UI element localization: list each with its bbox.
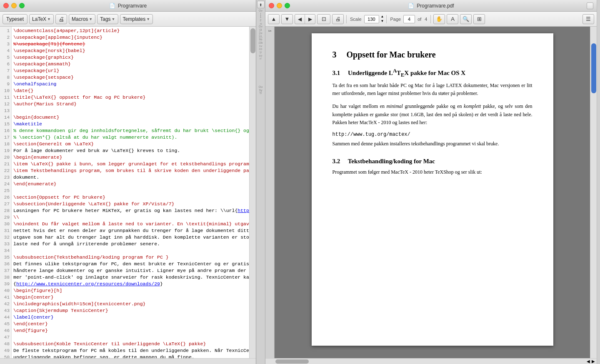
macros-arrow-icon: ▼	[89, 17, 92, 21]
pdf-content-area: Un 3 Oppsett for Mac brukere 3.1	[265, 27, 597, 358]
pdf-h-scroll-thumb[interactable]	[275, 359, 309, 364]
pdf-bottom-nav: ◀ ▶	[587, 359, 595, 364]
latex-arrow-icon: ▼	[47, 17, 51, 21]
pdf-traffic-lights	[269, 3, 290, 8]
page-label: Page	[390, 17, 401, 22]
pdf-hand-tool[interactable]: ✋	[433, 14, 445, 24]
pdf-back-button[interactable]: ◀	[295, 15, 305, 24]
pdf-nav-up-button[interactable]: ▲	[268, 14, 280, 24]
mini-panel: ⬆ Ov [ 1 2 -u Ov [3 (si 10, 9b /2b 1v co…	[256, 0, 265, 364]
pdf-toolbar-sep3	[430, 15, 431, 23]
pdf-left-nav: Un	[265, 27, 275, 358]
pdf-title-text: Programvare.pdf	[417, 3, 454, 9]
pdf-section-3-num: 3	[332, 50, 337, 60]
print-button[interactable]: 🖨	[55, 14, 67, 24]
editor-traffic-lights	[3, 3, 25, 8]
scale-up-icon[interactable]: ▲	[381, 15, 384, 19]
scale-down-icon[interactable]: ▼	[381, 19, 384, 23]
pdf-subsection-32-num: 3.2	[332, 158, 340, 165]
pdf-body-2: Du har valget mellom en minimal grunnleg…	[332, 102, 532, 127]
pdf-grid-button[interactable]: ⊞	[473, 14, 485, 24]
pdf-close-button[interactable]	[269, 3, 274, 8]
pdf-url: http://www.tug.org/mactex/	[332, 132, 532, 137]
pdf-page: 3 Oppsett for Mac brukere 3.1 Underligge…	[312, 33, 553, 346]
latex-label: LaTeX	[32, 16, 46, 22]
editor-window-bar: 📄 Programvare	[0, 0, 256, 12]
macros-label: Macros	[72, 16, 88, 22]
typeset-button[interactable]: Typeset	[2, 14, 28, 24]
latex-select[interactable]: LaTeX ▼	[29, 14, 54, 24]
templates-arrow-icon: ▼	[146, 17, 150, 21]
pdf-body2-italic1: minimal	[387, 103, 403, 109]
line-numbers: 1234567891011121314151617181920212223242…	[0, 27, 12, 358]
editor-window: 📄 Programvare Typeset LaTeX ▼ 🖨 Macros ▼	[0, 0, 256, 364]
pdf-window-title: 📄 Programvare.pdf	[408, 3, 454, 9]
pdf-body-4: Programmet som følger med MacTeX - 2010 …	[332, 168, 532, 176]
pdf-subsection-31-num: 3.1	[332, 70, 340, 76]
pdf-search-button[interactable]: 🔍	[460, 14, 472, 24]
editor-window-title: 📄 Programvare	[109, 3, 147, 9]
pdf-right-handle	[597, 0, 600, 364]
pdf-section-3-heading: 3 Oppsett for Mac brukere	[332, 50, 532, 60]
fit-icon: ⊡	[322, 16, 326, 22]
pdf-nav-down-button[interactable]: ▼	[281, 14, 293, 24]
pdf-sidebar-toggle[interactable]: ☰	[582, 14, 594, 24]
pdf-body-3: Sammen med denne pakken installeres teks…	[332, 140, 532, 148]
editor-scrollbar[interactable]	[249, 27, 256, 358]
tags-label: Tags	[100, 16, 110, 22]
pdf-toolbar: ▲ ▼ ◀ ▶ ⊡ 🖨 Scale ▲	[265, 12, 597, 27]
editor-close-button[interactable]	[3, 3, 9, 8]
pdf-section-3-title: Oppsett for Mac brukere	[347, 50, 436, 60]
pdf-subsection-32-title: Tekstbehandling/koding for Mac	[348, 158, 435, 165]
pdf-print-button[interactable]: 🖨	[332, 14, 344, 24]
pdf-nav-group: ◀ ▶	[295, 14, 315, 24]
editor-title-text: Programvare	[118, 3, 147, 9]
tags-select[interactable]: Tags ▼	[97, 14, 118, 24]
mini-panel-btn-1[interactable]: ⬆	[257, 1, 265, 8]
pdf-scroll-left-btn[interactable]: ◀	[587, 359, 590, 364]
pdf-window-resize-btn[interactable]	[587, 2, 593, 9]
pdf-page-area[interactable]: 3 Oppsett for Mac brukere 3.1 Underligge…	[275, 27, 590, 358]
pdf-forward-button[interactable]: ▶	[305, 15, 315, 24]
of-label: of	[418, 17, 421, 22]
pdf-nav-item-1[interactable]: Un	[265, 27, 274, 34]
pdf-body-1: Ta det fra en som har brukt både PC og M…	[332, 82, 532, 97]
editor-toolbar: Typeset LaTeX ▼ 🖨 Macros ▼ Tags ▼ Temp	[0, 12, 256, 27]
mini-panel-labels: Ov [ 1 2 -u Ov [3 (si 10, 9b /2b 1v co 1…	[259, 9, 263, 95]
scale-input[interactable]	[364, 15, 379, 23]
macros-select[interactable]: Macros ▼	[69, 14, 95, 24]
total-pages: 4	[425, 17, 427, 22]
pdf-scroll-right-btn[interactable]: ▶	[592, 359, 595, 364]
pdf-body2-pre: Du har valget mellom en	[332, 103, 387, 109]
pdf-maximize-button[interactable]	[285, 3, 290, 8]
templates-label: Templates	[123, 16, 146, 22]
editor-minimize-button[interactable]	[11, 3, 17, 8]
pdf-bottom-scrollbar[interactable]: ◀ ▶	[265, 358, 597, 364]
scale-stepper[interactable]: ▲ ▼	[381, 15, 384, 23]
pdf-toolbar-sep	[346, 15, 347, 23]
pdf-select-tool[interactable]: A	[447, 14, 458, 24]
pdf-minimize-button[interactable]	[277, 3, 282, 8]
pdf-window: 📄 Programvare.pdf ▲ ▼ ◀ ▶ ⊡	[265, 0, 597, 364]
page-input[interactable]	[403, 15, 415, 23]
pdf-print-icon: 🖨	[335, 16, 341, 22]
pdf-scroll-thumb[interactable]	[591, 43, 596, 93]
pdf-body2-italic2: komplett	[464, 103, 481, 109]
pdf-window-bar: 📄 Programvare.pdf	[265, 0, 597, 12]
editor-scroll-thumb[interactable]	[250, 28, 255, 53]
pdf-title-icon: 📄	[408, 3, 414, 9]
editor-bottom-scrollbar[interactable]	[0, 358, 256, 364]
templates-select[interactable]: Templates ▼	[120, 14, 153, 24]
code-editor-area[interactable]: 1234567891011121314151617181920212223242…	[0, 27, 256, 358]
pdf-toolbar-sep2	[386, 15, 387, 23]
pdf-fit-button[interactable]: ⊡	[317, 14, 330, 24]
print-icon: 🖨	[58, 16, 64, 22]
pdf-right-scrollbar[interactable]	[590, 27, 597, 358]
arrow-up-icon: ▲	[271, 16, 277, 22]
editor-maximize-button[interactable]	[19, 3, 25, 8]
tags-arrow-icon: ▼	[112, 17, 115, 21]
code-content[interactable]: \documentclass[a4paper,12pt]{article}\us…	[12, 27, 249, 358]
pdf-subsection-32: 3.2 Tekstbehandling/koding for Mac	[332, 158, 532, 165]
pdf-body2-mid: grunnleggende pakke og en	[403, 103, 464, 109]
pdf-subsection-31: 3.1 Underliggende LATEX pakke for Mac OS…	[332, 68, 532, 78]
